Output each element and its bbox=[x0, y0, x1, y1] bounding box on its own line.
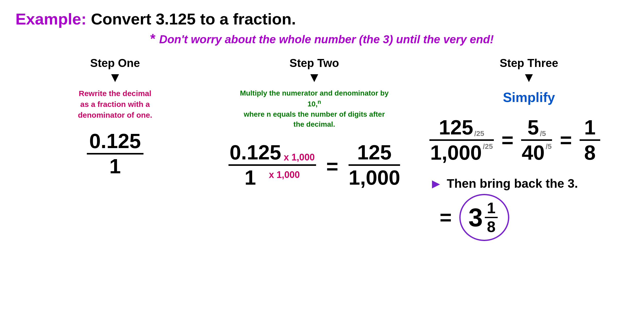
step-three: Step Three ▼ Simplify 125 /25 1,000 /25 … bbox=[414, 57, 629, 241]
step-three-frac2-den-row: 40 /5 bbox=[522, 142, 552, 163]
step-two-left-bottom: 1 x 1,000 bbox=[244, 167, 300, 188]
circle-fraction: 3 1 8 bbox=[459, 194, 509, 241]
step-three-frac2-num-row: 5 /5 bbox=[527, 117, 546, 138]
step-two-superscript: n bbox=[318, 99, 321, 105]
final-answer: = 3 1 8 bbox=[429, 194, 509, 241]
subtitle: * Don't worry about the whole number (th… bbox=[15, 31, 629, 46]
step-two-left-top: 0.125 x 1,000 bbox=[230, 142, 315, 163]
step-two-left-numerator: 0.125 bbox=[230, 142, 281, 163]
step-two-right-fraction: 125 1,000 bbox=[349, 142, 400, 188]
step-three-frac2-ann-den: /5 bbox=[546, 142, 552, 151]
step-three-frac2-line bbox=[521, 139, 552, 141]
step-three-frac2-den: 40 bbox=[522, 142, 545, 163]
purple-arrow-icon: ► bbox=[429, 176, 443, 191]
final-small-frac: 1 8 bbox=[485, 200, 498, 235]
step-three-frac3: 1 8 bbox=[580, 117, 600, 163]
step-three-frac1-den-row: 1,000 /25 bbox=[430, 142, 493, 163]
final-frac-num: 1 bbox=[487, 200, 495, 216]
final-eq-sign: = bbox=[440, 205, 452, 229]
step-three-frac3-num: 1 bbox=[584, 117, 596, 138]
step-two-content: 0.125 x 1,000 1 x 1,000 = 125 1,000 bbox=[228, 142, 400, 188]
step-one-numerator: 0.125 bbox=[89, 131, 141, 151]
step-three-frac1-ann-den: /25 bbox=[483, 142, 493, 151]
subtitle-star: * bbox=[150, 31, 159, 46]
step-one-frac-line bbox=[87, 153, 143, 155]
step-two-result-frac-line bbox=[349, 164, 400, 166]
title-line: Example: Convert 3.125 to a fraction. bbox=[15, 10, 629, 28]
step-three-frac1-num-row: 125 /25 bbox=[439, 117, 484, 138]
step-three-fractions: 125 /25 1,000 /25 = 5 /5 40 bbox=[429, 117, 600, 163]
step-three-frac1-ann-num: /25 bbox=[474, 130, 484, 138]
step-one-arrow: ▼ bbox=[108, 71, 122, 84]
bring-back-row: ► Then bring back the 3. bbox=[429, 176, 578, 191]
step-two-left-denominator: 1 bbox=[244, 167, 256, 188]
step-one: Step One ▼ Rewrite the decimal as a frac… bbox=[15, 57, 215, 177]
step-two-arrow: ▼ bbox=[308, 71, 321, 84]
step-one-fraction: 0.125 1 bbox=[87, 131, 143, 177]
title-text: Convert 3.125 to a fraction. bbox=[87, 10, 296, 28]
step-two-equals: = bbox=[326, 152, 338, 178]
step-three-arrow: ▼ bbox=[522, 71, 536, 84]
step-two-left-frac-line bbox=[228, 164, 316, 166]
step-two-result-numerator: 125 bbox=[357, 142, 392, 163]
step-two-desc-part1: Multiply the numerator and denominator b… bbox=[240, 89, 388, 108]
step-three-frac3-line bbox=[580, 139, 600, 141]
step-three-frac1-line bbox=[429, 139, 494, 141]
step-three-header: Step Three bbox=[500, 57, 558, 70]
step-three-frac2-ann-num: /5 bbox=[540, 130, 546, 138]
steps-container: Step One ▼ Rewrite the decimal as a frac… bbox=[15, 57, 629, 241]
step-one-description: Rewrite the decimal as a fraction with a… bbox=[74, 88, 156, 121]
subtitle-text: Don't worry about the whole number (the … bbox=[159, 33, 494, 46]
step-two-result-denominator: 1,000 bbox=[349, 167, 400, 188]
step-two-left-fraction: 0.125 x 1,000 1 x 1,000 bbox=[228, 142, 316, 188]
step-two-multiplier-bottom: x 1,000 bbox=[269, 169, 300, 180]
step-one-header: Step One bbox=[90, 57, 140, 70]
final-whole-number: 3 bbox=[468, 204, 483, 230]
bring-back-text: Then bring back the 3. bbox=[447, 176, 578, 191]
step-three-frac3-den: 8 bbox=[584, 142, 596, 163]
step-two: Step Two ▼ Multiply the numerator and de… bbox=[215, 57, 414, 188]
step-three-frac1-num: 125 bbox=[439, 117, 473, 138]
step-one-denominator: 1 bbox=[109, 156, 121, 177]
step-three-frac1-den: 1,000 bbox=[430, 142, 482, 163]
step-three-header-wrap: Step Three ▼ Simplify bbox=[429, 57, 629, 117]
step-three-simplify: Simplify bbox=[503, 88, 555, 107]
example-label: Example: bbox=[15, 10, 87, 28]
step-three-eq1: = bbox=[502, 128, 514, 152]
step-three-frac2: 5 /5 40 /5 bbox=[521, 117, 552, 163]
step-three-eq2: = bbox=[560, 128, 572, 152]
step-three-frac2-num: 5 bbox=[527, 117, 539, 138]
final-frac-den: 8 bbox=[487, 219, 495, 235]
step-two-description: Multiply the numerator and denominator b… bbox=[240, 88, 389, 129]
step-two-desc-part2: where n equals the number of digits afte… bbox=[244, 110, 385, 128]
step-three-frac1: 125 /25 1,000 /25 bbox=[429, 117, 494, 163]
step-two-header: Step Two bbox=[290, 57, 339, 70]
step-two-multiplier-top: x 1,000 bbox=[284, 152, 315, 163]
